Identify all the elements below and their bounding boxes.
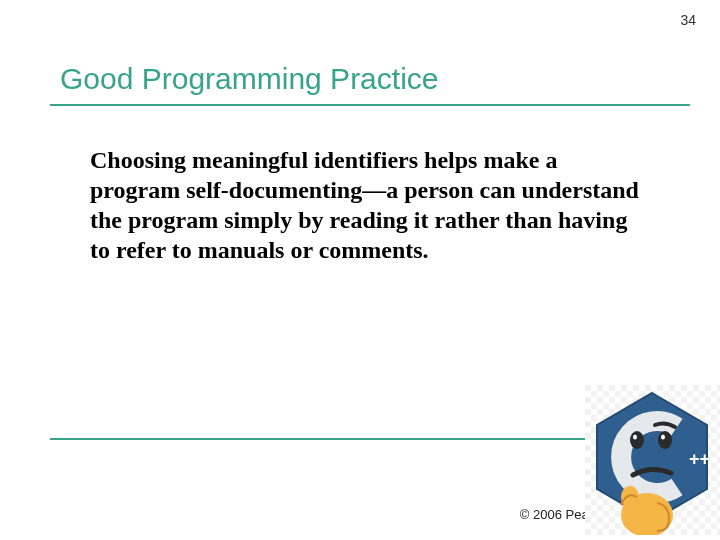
body-paragraph: Choosing meaningful identifiers helps ma… <box>90 145 640 265</box>
svg-point-7 <box>633 435 637 440</box>
title-divider <box>50 104 690 106</box>
cpp-plus-label: ++ <box>689 449 710 469</box>
svg-point-6 <box>658 431 672 449</box>
cpp-mascot-icon: ++ <box>585 385 720 535</box>
slide-title: Good Programming Practice <box>60 62 439 96</box>
svg-point-5 <box>630 431 644 449</box>
svg-point-8 <box>661 435 665 440</box>
page-number: 34 <box>680 12 696 28</box>
